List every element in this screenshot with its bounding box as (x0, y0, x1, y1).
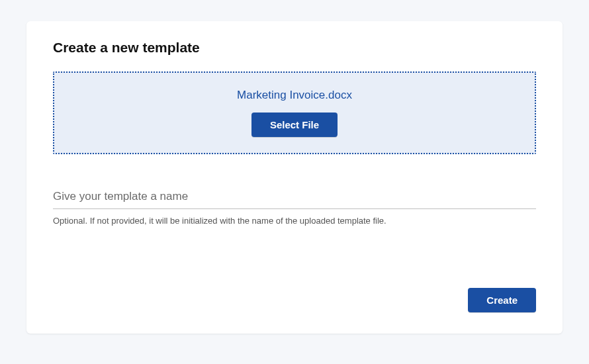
template-name-field (53, 186, 536, 209)
page-title: Create a new template (53, 40, 536, 56)
selected-filename: Marketing Invoice.docx (68, 89, 521, 102)
select-file-button[interactable]: Select File (251, 113, 338, 137)
create-template-card: Create a new template Marketing Invoice.… (26, 21, 563, 334)
create-button[interactable]: Create (468, 288, 536, 312)
dialog-footer: Create (468, 288, 536, 312)
template-name-input[interactable] (53, 186, 536, 209)
file-dropzone[interactable]: Marketing Invoice.docx Select File (53, 71, 536, 154)
template-name-helper: Optional. If not provided, it will be in… (53, 216, 536, 226)
